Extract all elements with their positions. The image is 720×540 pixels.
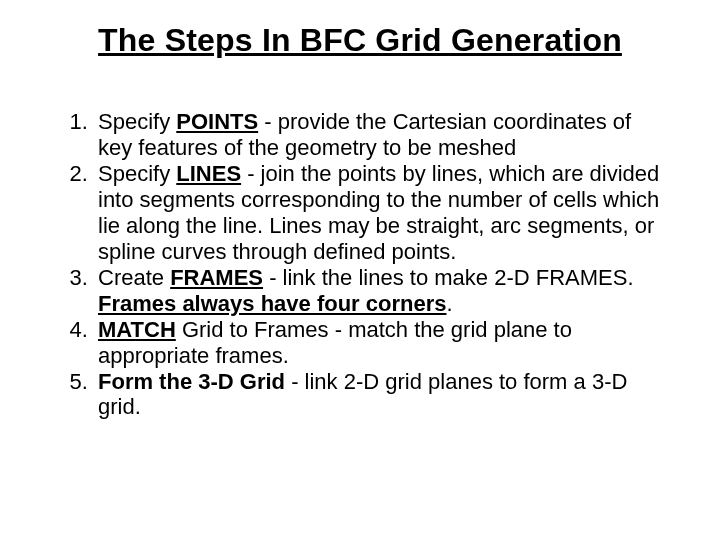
step-note: Frames always have four corners (98, 291, 447, 316)
step-keyword: FRAMES (170, 265, 263, 290)
list-item: MATCH Grid to Frames - match the grid pl… (94, 317, 662, 369)
list-item: Form the 3-D Grid - link 2-D grid planes… (94, 369, 662, 421)
list-item: Create FRAMES - link the lines to make 2… (94, 265, 662, 317)
slide-title: The Steps In BFC Grid Generation (40, 18, 680, 59)
step-lead: Create (98, 265, 170, 290)
step-keyword: Form the 3-D Grid (98, 369, 285, 394)
step-lead: Specify (98, 109, 176, 134)
step-keyword: LINES (176, 161, 241, 186)
step-tail: . (447, 291, 453, 316)
slide: The Steps In BFC Grid Generation Specify… (0, 0, 720, 540)
list-item: Specify POINTS - provide the Cartesian c… (94, 109, 662, 161)
steps-list: Specify POINTS - provide the Cartesian c… (54, 109, 680, 420)
list-item: Specify LINES - join the points by lines… (94, 161, 662, 265)
step-lead: Specify (98, 161, 176, 186)
step-keyword: MATCH (98, 317, 176, 342)
step-text: - link the lines to make 2-D FRAMES. (263, 265, 633, 290)
step-keyword: POINTS (176, 109, 258, 134)
